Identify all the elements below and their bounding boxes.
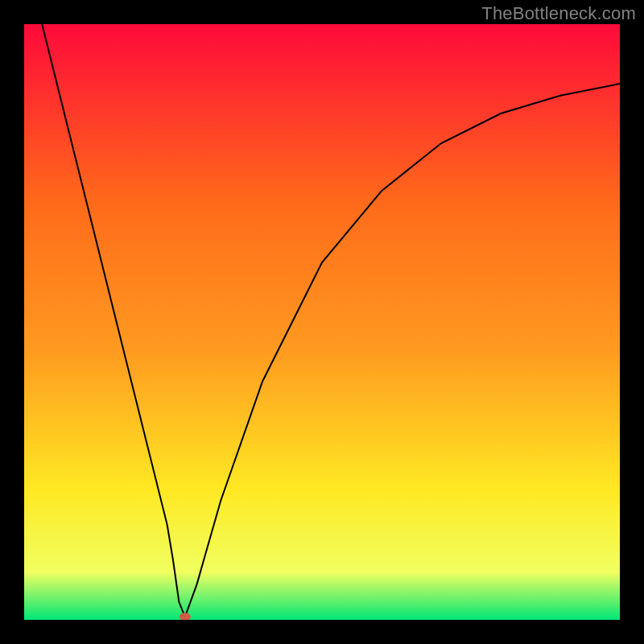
plot-area	[24, 24, 620, 620]
chart-svg	[24, 24, 620, 620]
chart-frame: TheBottleneck.com	[0, 0, 644, 644]
watermark-text: TheBottleneck.com	[481, 3, 636, 24]
gradient-background	[24, 24, 620, 620]
